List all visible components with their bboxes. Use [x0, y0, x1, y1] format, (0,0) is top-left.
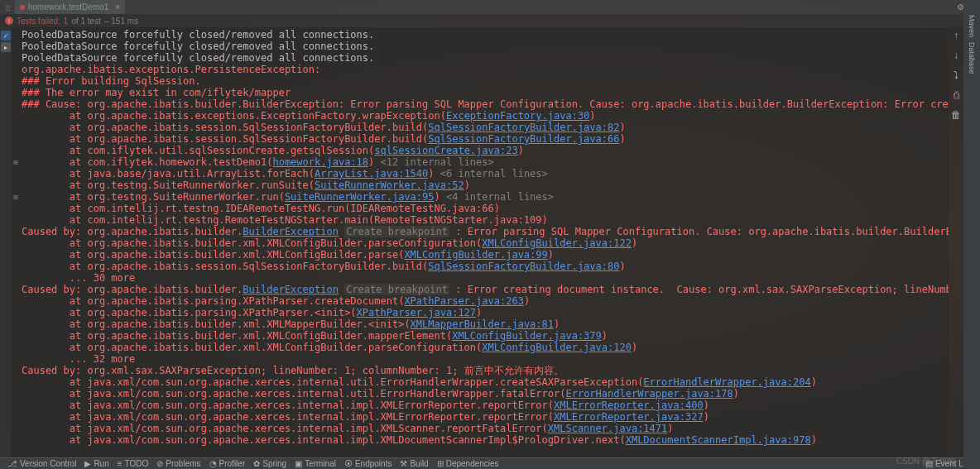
bottom-tool-version-control[interactable]: ⎇Version Control [3, 459, 80, 468]
source-link[interactable]: SuiteRunnerWorker.java:95 [285, 191, 435, 203]
source-link[interactable]: SqlSessionFactoryBuilder.java:82 [428, 122, 619, 133]
console-line: at org.apache.ibatis.session.SqlSessionF… [22, 261, 949, 272]
console-line: at java.xml/com.sun.org.apache.xerces.in… [22, 423, 949, 434]
console-line: ⊞ at com.iflytek.homework.testDemo1(home… [22, 156, 949, 168]
console-line: PooledDataSource forcefully closed/remov… [22, 41, 949, 52]
softwrap-icon[interactable]: ⤵ [954, 69, 958, 81]
source-link[interactable]: BuilderException [243, 284, 339, 295]
console-line: at org.apache.ibatis.builder.xml.XMLConf… [22, 342, 949, 353]
console-line: at org.apache.ibatis.builder.xml.XMLConf… [22, 237, 949, 249]
collapsed-frames[interactable]: <4 internal lines> [446, 191, 554, 203]
toggle-view-button[interactable]: ✓ [1, 31, 11, 41]
source-link[interactable]: XPathParser.java:127 [357, 307, 477, 318]
source-link[interactable]: XMLConfigBuilder.java:120 [482, 342, 632, 353]
fold-icon[interactable]: ⊞ [12, 156, 20, 168]
source-link[interactable]: ErrorHandlerWrapper.java:204 [643, 376, 810, 388]
build-icon: ⚒ [400, 459, 407, 468]
source-link[interactable]: SuiteRunnerWorker.java:52 [315, 179, 464, 191]
fail-count: 1 [64, 17, 69, 26]
profiler-icon: ◔ [209, 459, 217, 468]
console-output[interactable]: PooledDataSource forcefully closed/remov… [12, 27, 949, 457]
problems-icon: ⊘ [156, 459, 163, 468]
todo-icon: ≡ [118, 459, 122, 468]
bottom-tool-problems[interactable]: ⊘Problems [152, 459, 204, 468]
down-arrow-icon[interactable]: ↓ [954, 50, 958, 61]
console-line: at java.xml/com.sun.org.apache.xerces.in… [22, 411, 949, 423]
create-breakpoint-hint[interactable]: Create breakpoint [344, 284, 449, 295]
console-line: org.apache.ibatis.exceptions.Persistence… [22, 64, 949, 75]
dependencies-icon: ⊞ [437, 459, 444, 468]
console-line: Caused by: org.apache.ibatis.builder.Bui… [22, 226, 949, 237]
left-gutter: ✓ ▸ [0, 27, 12, 457]
source-link[interactable]: ExceptionFactory.java:30 [446, 110, 589, 122]
source-link[interactable]: XMLErrorReporter.java:327 [554, 411, 704, 423]
bottom-tool-label: Profiler [219, 459, 246, 468]
bottom-tool-build[interactable]: ⚒Build [396, 459, 432, 468]
bottom-tool-todo[interactable]: ≡TODO [113, 459, 153, 468]
console-line: at org.apache.ibatis.session.SqlSessionF… [22, 133, 949, 145]
console-line: ⊞ at org.testng.SuiteRunnerWorker.run(Su… [22, 191, 949, 203]
print-icon[interactable]: ⎙ [954, 89, 959, 101]
console-line: at org.apache.ibatis.parsing.XPathParser… [22, 307, 949, 318]
collapsed-frames[interactable]: <12 internal lines> [380, 156, 493, 168]
console-line: at java.xml/com.sun.org.apache.xerces.in… [22, 400, 949, 411]
source-link[interactable]: ArrayList.java:1540 [315, 168, 428, 179]
watermark-text: CSDN @不烦猴 [896, 456, 955, 467]
test-tab[interactable]: homework.testDemo1 × [15, 0, 125, 14]
source-link[interactable]: BuilderException [243, 226, 339, 237]
source-link[interactable]: XMLConfigBuilder.java:379 [452, 330, 602, 342]
source-link[interactable]: XMLMapperBuilder.java:81 [411, 318, 554, 330]
bottom-tool-profiler[interactable]: ◔Profiler [205, 459, 250, 468]
console-line: Caused by: org.xml.sax.SAXParseException… [22, 365, 949, 376]
bottom-tool-run[interactable]: ▶Run [80, 459, 113, 468]
console-action-icons: ↑ ↓ ⤵ ⎙ 🗑 [949, 30, 963, 121]
bottom-tool-label: Build [410, 459, 428, 468]
source-link[interactable]: ErrorHandlerWrapper.java:178 [565, 388, 733, 400]
test-status-bar: ! Tests failed: 1 of 1 test – 151 ms [0, 14, 980, 27]
expand-button[interactable]: ▸ [1, 42, 11, 52]
bottom-tool-label: Run [94, 459, 108, 468]
console-line: ... 32 more [22, 353, 949, 365]
bottom-tool-terminal[interactable]: ▣Terminal [291, 459, 340, 468]
source-link[interactable]: SqlSessionFactoryBuilder.java:80 [428, 261, 619, 272]
source-link[interactable]: XPathParser.java:263 [404, 295, 524, 307]
source-link[interactable]: homework.java:18 [272, 156, 368, 168]
console-line: at com.iflytek.util.sqlSessionCreate.get… [22, 145, 949, 156]
trash-icon[interactable]: 🗑 [951, 109, 961, 121]
collapsed-frames[interactable]: <6 internal lines> [440, 168, 548, 179]
console-line: at org.apache.ibatis.exceptions.Exceptio… [22, 110, 949, 122]
source-link[interactable]: XMLConfigBuilder.java:99 [404, 249, 547, 261]
create-breakpoint-hint[interactable]: Create breakpoint [344, 226, 449, 237]
of-text: of 1 test [71, 17, 101, 26]
close-icon[interactable]: × [115, 2, 120, 12]
bottom-tool-dependencies[interactable]: ⊞Dependencies [433, 459, 503, 468]
fail-dot-icon [20, 5, 25, 10]
source-link[interactable]: sqlSessionCreate.java:23 [374, 145, 517, 156]
fold-icon[interactable]: ⊞ [12, 191, 20, 203]
source-link[interactable]: XMLErrorReporter.java:400 [554, 400, 704, 411]
console-line: ### Error building SqlSession. [22, 75, 949, 87]
source-link[interactable]: XMLDocumentScannerImpl.java:978 [626, 434, 811, 446]
database-tool[interactable]: Database [968, 42, 976, 74]
console-line: at java.base/java.util.ArrayList.forEach… [22, 168, 949, 179]
bottom-tool-label: Problems [166, 459, 200, 468]
bottom-tool-spring[interactable]: ✿Spring [249, 459, 291, 468]
spring-icon: ✿ [253, 459, 260, 468]
console-line: ... 30 more [22, 272, 949, 284]
tab-label: homework.testDemo1 [28, 2, 108, 12]
console-line: PooledDataSource forcefully closed/remov… [22, 29, 949, 41]
duration: – 151 ms [104, 17, 138, 26]
source-link[interactable]: XMLConfigBuilder.java:122 [482, 237, 632, 249]
source-link[interactable]: SqlSessionFactoryBuilder.java:66 [428, 133, 619, 145]
maven-tool[interactable]: Maven [968, 15, 976, 37]
bottom-tool-label: Dependencies [446, 459, 499, 468]
console-line: at com.intellij.rt.testng.RemoteTestNGSt… [22, 214, 949, 226]
bottom-tool-endpoints[interactable]: ⦿Endpoints [340, 459, 396, 468]
console-line: at org.apache.ibatis.session.SqlSessionF… [22, 122, 949, 133]
console-line: at java.xml/com.sun.org.apache.xerces.in… [22, 388, 949, 400]
up-arrow-icon[interactable]: ↑ [954, 30, 958, 41]
source-link[interactable]: XMLScanner.java:1471 [548, 423, 668, 434]
corner-handle[interactable]: ⠿ [5, 4, 12, 11]
bottom-tool-label: Version Control [20, 459, 76, 468]
fail-label: Tests failed: [17, 17, 60, 26]
